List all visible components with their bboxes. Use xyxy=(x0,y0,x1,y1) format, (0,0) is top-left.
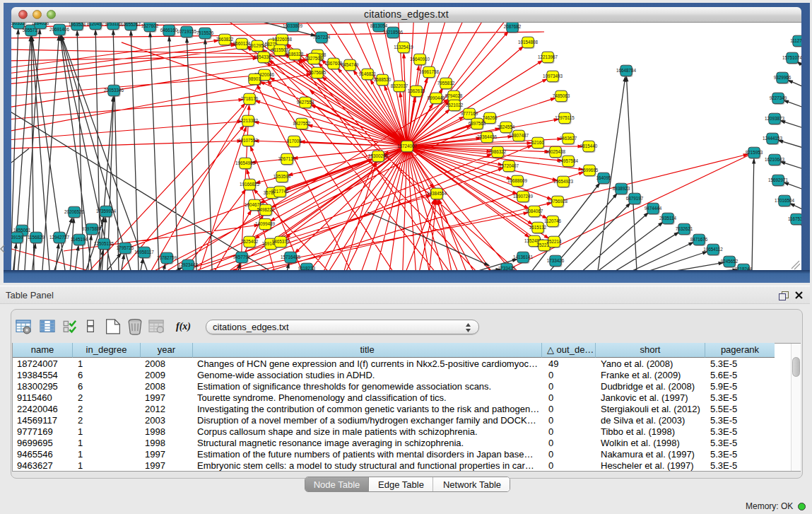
svg-text:7632621: 7632621 xyxy=(676,226,693,231)
svg-text:7663822: 7663822 xyxy=(216,37,234,42)
svg-text:12213382: 12213382 xyxy=(238,118,259,123)
svg-text:24957584: 24957584 xyxy=(558,158,579,163)
svg-text:7515526: 7515526 xyxy=(196,30,214,35)
svg-text:7955812: 7955812 xyxy=(437,81,455,86)
svg-text:3912954: 3912954 xyxy=(249,43,266,48)
svg-text:3267130: 3267130 xyxy=(278,156,296,161)
svg-text:2935114: 2935114 xyxy=(659,216,677,221)
svg-text:15751074: 15751074 xyxy=(782,55,801,60)
svg-text:5498222: 5498222 xyxy=(257,207,275,212)
svg-text:9084067: 9084067 xyxy=(526,209,543,214)
svg-text:9465379: 9465379 xyxy=(272,239,290,244)
svg-text:6879197: 6879197 xyxy=(626,196,644,201)
svg-text:16648784: 16648784 xyxy=(616,68,637,73)
svg-text:9146821: 9146821 xyxy=(359,71,377,76)
svg-text:12942737: 12942737 xyxy=(49,235,70,240)
svg-text:9217746: 9217746 xyxy=(271,189,289,194)
svg-text:f(x): f(x) xyxy=(176,321,191,332)
svg-text:19384554: 19384554 xyxy=(427,191,447,196)
svg-text:10688609: 10688609 xyxy=(507,178,528,183)
svg-text:20206526: 20206526 xyxy=(64,209,85,214)
svg-text:9245652: 9245652 xyxy=(721,259,739,264)
svg-text:18907249: 18907249 xyxy=(513,194,534,199)
svg-text:20691406: 20691406 xyxy=(49,27,70,32)
svg-text:7625402: 7625402 xyxy=(241,239,259,244)
svg-text:164095: 164095 xyxy=(596,175,611,180)
svg-text:9699695: 9699695 xyxy=(581,168,599,173)
svg-text:19218506: 19218506 xyxy=(383,30,404,35)
svg-text:8938923: 8938923 xyxy=(613,186,630,191)
svg-text:9457791: 9457791 xyxy=(233,255,251,259)
svg-text:19654985: 19654985 xyxy=(235,160,256,165)
svg-text:2087682: 2087682 xyxy=(504,24,522,29)
svg-text:8120457: 8120457 xyxy=(87,23,105,26)
svg-text:16961758: 16961758 xyxy=(419,69,440,74)
svg-text:19654923: 19654923 xyxy=(553,179,574,184)
svg-text:14099489: 14099489 xyxy=(255,221,276,226)
svg-text:12093873: 12093873 xyxy=(765,116,785,121)
svg-text:1795725: 1795725 xyxy=(117,245,134,250)
svg-text:12505135: 12505135 xyxy=(94,241,114,246)
svg-text:12923448: 12923448 xyxy=(178,262,199,267)
svg-text:39159: 39159 xyxy=(11,235,23,240)
svg-text:1621022: 1621022 xyxy=(446,103,464,107)
svg-text:6466160: 6466160 xyxy=(160,28,178,33)
svg-text:8990448: 8990448 xyxy=(428,95,445,100)
svg-text:16543362: 16543362 xyxy=(254,54,274,59)
svg-text:8186328: 8186328 xyxy=(286,52,304,57)
svg-text:3824554: 3824554 xyxy=(498,124,515,129)
svg-text:10025438: 10025438 xyxy=(546,149,566,154)
svg-text:1615132: 1615132 xyxy=(529,225,547,230)
svg-text:16210643: 16210643 xyxy=(765,157,785,162)
svg-text:1353594: 1353594 xyxy=(273,174,291,179)
svg-text:1362615: 1362615 xyxy=(408,88,425,93)
svg-text:2718176: 2718176 xyxy=(241,96,259,101)
svg-text:20364436: 20364436 xyxy=(477,134,498,139)
svg-text:6794028: 6794028 xyxy=(445,93,463,98)
svg-text:9463627: 9463627 xyxy=(560,136,577,141)
svg-text:7986322: 7986322 xyxy=(489,149,507,154)
svg-text:9427553: 9427553 xyxy=(297,100,314,105)
svg-text:12975115: 12975115 xyxy=(555,115,575,120)
svg-text:1733426: 1733426 xyxy=(547,258,565,263)
svg-text:17359924: 17359924 xyxy=(96,209,117,214)
svg-text:6897568: 6897568 xyxy=(469,121,486,126)
svg-text:10973493: 10973493 xyxy=(543,74,563,78)
svg-text:15716485: 15716485 xyxy=(281,255,301,259)
svg-text:1903557: 1903557 xyxy=(11,23,28,25)
svg-text:15692971: 15692971 xyxy=(768,177,789,182)
svg-text:8322037: 8322037 xyxy=(391,83,408,88)
svg-text:12444153: 12444153 xyxy=(763,136,783,141)
svg-text:16033809: 16033809 xyxy=(283,23,303,28)
svg-text:62160: 62160 xyxy=(531,140,544,145)
svg-text:7485063: 7485063 xyxy=(553,93,570,98)
svg-text:10154808: 10154808 xyxy=(518,40,539,45)
svg-text:746266: 746266 xyxy=(482,115,498,120)
svg-text:3675685: 3675685 xyxy=(309,70,326,75)
svg-text:16640910: 16640910 xyxy=(410,57,430,62)
svg-text:9777169: 9777169 xyxy=(461,111,478,116)
svg-text:9815440: 9815440 xyxy=(580,144,598,148)
svg-text:10655267: 10655267 xyxy=(121,23,141,27)
svg-text:1167534: 1167534 xyxy=(788,216,801,221)
svg-text:16958117: 16958117 xyxy=(134,250,154,255)
svg-text:20053346: 20053346 xyxy=(104,88,124,93)
svg-text:11325419: 11325419 xyxy=(394,45,413,49)
svg-text:16782759: 16782759 xyxy=(157,255,177,260)
svg-text:15720407: 15720407 xyxy=(499,163,519,168)
svg-text:18300295: 18300295 xyxy=(368,153,389,158)
svg-text:9474444: 9474444 xyxy=(645,206,662,211)
svg-text:8454749: 8454749 xyxy=(341,62,359,67)
svg-text:19756928: 19756928 xyxy=(548,199,568,204)
svg-text:10107552: 10107552 xyxy=(238,138,259,143)
svg-text:13226058: 13226058 xyxy=(272,37,293,42)
svg-text:18724007: 18724007 xyxy=(397,144,418,148)
svg-text:1963524: 1963524 xyxy=(69,23,86,27)
svg-text:1145194: 1145194 xyxy=(71,237,88,242)
svg-text:1527602: 1527602 xyxy=(141,23,159,28)
svg-text:8427552: 8427552 xyxy=(293,121,311,126)
svg-text:1120746: 1120746 xyxy=(544,218,562,223)
svg-text:9227349: 9227349 xyxy=(770,95,787,100)
svg-text:9327508: 9327508 xyxy=(305,56,323,61)
svg-text:93975887: 93975887 xyxy=(82,226,102,231)
